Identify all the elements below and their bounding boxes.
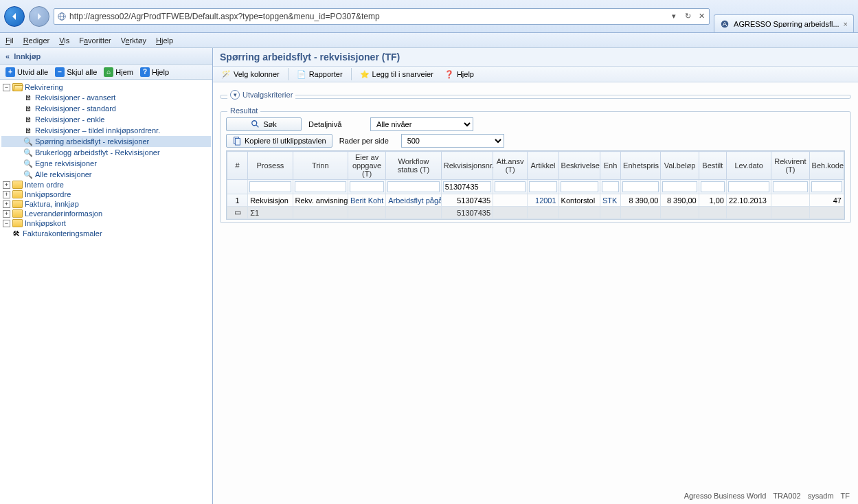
enh-link[interactable]: STK — [600, 194, 620, 207]
address-bar[interactable]: ▾ ↻ ✕ — [54, 8, 710, 25]
expander-icon[interactable]: − — [3, 84, 10, 91]
owner-link[interactable]: Berit Koht — [348, 194, 385, 207]
col-eier[interactable]: Eier av oppgave (T) — [348, 152, 385, 180]
tree-item-fakturakontering[interactable]: 🛠Fakturakonteringsmaler — [1, 228, 211, 239]
col-artikkel[interactable]: Artikkel — [528, 152, 558, 180]
tree-item-rekv-tildel[interactable]: 🗎Rekvisisjoner – tildel innkjøpsordrenr. — [1, 125, 211, 136]
col-status[interactable]: Workflow status (T) — [386, 152, 441, 180]
folder-icon — [12, 219, 23, 227]
collapse-sidebar-icon[interactable]: « — [5, 52, 10, 60]
content-help-button[interactable]: ❓Hjelp — [440, 68, 478, 80]
back-button[interactable] — [4, 6, 25, 27]
col-enh[interactable]: Enh — [600, 152, 620, 180]
chevron-down-icon[interactable]: ▾ — [230, 90, 240, 100]
filter-dato[interactable] — [728, 181, 769, 192]
report-icon: 📄 — [297, 69, 306, 79]
folder-open-icon — [12, 83, 23, 91]
filter-bestilt[interactable] — [701, 181, 725, 192]
expander-icon[interactable]: + — [3, 181, 10, 189]
expander-icon[interactable]: + — [3, 210, 10, 218]
tree-item-brukerlogg[interactable]: 🔍Brukerlogg arbeidsflyt - Rekvisisjoner — [1, 147, 211, 158]
rows-per-page-select[interactable]: 500 — [401, 134, 504, 148]
filter-eier[interactable] — [350, 181, 384, 192]
collapse-sum-icon[interactable]: ▭ — [234, 208, 241, 216]
forward-button[interactable] — [29, 6, 49, 27]
filter-prosess[interactable] — [249, 181, 291, 192]
filter-status[interactable] — [387, 181, 439, 192]
tree-item-rekv-avansert[interactable]: 🗎Rekvisisjoner - avansert — [1, 92, 211, 103]
filter-att[interactable] — [495, 181, 526, 192]
filter-trinn[interactable] — [295, 181, 346, 192]
col-rekv[interactable]: Rekvisisjonsnr. — [441, 152, 493, 180]
refresh-icon[interactable]: ↻ — [683, 12, 692, 21]
expander-icon[interactable]: + — [3, 201, 10, 208]
url-input[interactable] — [69, 12, 666, 21]
plus-icon: + — [5, 67, 15, 77]
tree-item-rekv-enkle[interactable]: 🗎Rekvisisjoner - enkle — [1, 114, 211, 125]
col-dato[interactable]: Lev.dato — [726, 152, 771, 180]
tree-item-egne-rekv[interactable]: 🔍Egne rekvisisjoner — [1, 158, 211, 169]
svg-rect-8 — [235, 139, 240, 146]
col-num[interactable]: # — [227, 152, 248, 180]
browser-tab[interactable]: A AGRESSO Spørring arbeidsfl... × — [714, 14, 854, 32]
doc-icon: 🗎 — [23, 126, 33, 135]
search-button[interactable]: Søk — [226, 117, 302, 131]
content-area: Spørring arbeidsflyt - rekvisisjoner (TF… — [213, 48, 858, 504]
tree-item-rekv-standard[interactable]: 🗎Rekvisisjoner - standard — [1, 103, 211, 114]
status-footer: Agresso Business World TRA002 sysadm TF — [684, 492, 850, 500]
select-columns-button[interactable]: 🪄Velg kolonner — [217, 68, 284, 80]
tree-item-alle-rekv[interactable]: 🔍Alle rekvisisjoner — [1, 169, 211, 180]
tree-folder-rekvirering[interactable]: − Rekvirering — [1, 82, 211, 92]
expand-all-button[interactable]: +Utvid alle — [3, 67, 51, 78]
col-beskr[interactable]: Beskrivelse — [558, 152, 600, 180]
detail-level-select[interactable]: Alle nivåer — [370, 117, 473, 131]
footer-co: TF — [841, 492, 850, 500]
col-bestilt[interactable]: Bestilt — [699, 152, 726, 180]
dropdown-icon[interactable]: ▾ — [669, 12, 679, 21]
content-toolbar: 🪄Velg kolonner 📄Rapporter ⭐Legg til i sn… — [213, 66, 858, 82]
help-button[interactable]: ?Hjelp — [137, 67, 172, 78]
help-icon: ❓ — [444, 69, 454, 79]
filter-rekv[interactable] — [443, 181, 491, 192]
copy-clipboard-button[interactable]: Kopiere til utklippstavlen — [226, 134, 332, 148]
menu-hjelp[interactable]: Hjelp — [156, 36, 173, 45]
tree-item-sporring-arbeidsflyt[interactable]: 🔍Spørring arbeidsflyt - rekvisisjoner — [1, 136, 211, 147]
stop-icon[interactable]: ✕ — [697, 12, 706, 21]
add-shortcut-button[interactable]: ⭐Legg til i snarveier — [356, 68, 438, 80]
col-kode[interactable]: Beh.kode — [809, 152, 844, 180]
reports-button[interactable]: 📄Rapporter — [293, 68, 347, 80]
sidebar-header: « Innkjøp — [0, 48, 212, 65]
menu-vis[interactable]: Vis — [59, 36, 69, 45]
tree-folder-intern-ordre[interactable]: +Intern ordre — [1, 180, 211, 190]
col-pris[interactable]: Enhetspris — [621, 152, 661, 180]
tree-folder-innkjopskort[interactable]: −Innkjøpskort — [1, 218, 211, 228]
grid-data-row[interactable]: 1 Rekvisisjon Rekv. anvisning Berit Koht… — [227, 194, 844, 207]
filter-enh[interactable] — [602, 181, 619, 192]
expander-icon[interactable]: + — [3, 191, 10, 198]
status-link[interactable]: Arbeidsflyt pågår — [386, 194, 441, 207]
menu-verktoy[interactable]: Verktøy — [121, 36, 146, 45]
artikkel-link[interactable]: 12001 — [528, 194, 558, 207]
menu-favoritter[interactable]: Favoritter — [79, 36, 111, 45]
col-att[interactable]: Att.ansv (T) — [493, 152, 528, 180]
col-rekvirent[interactable]: Rekvirent (T) — [771, 152, 809, 180]
criteria-legend[interactable]: ▾ Utvalgskriterier — [227, 90, 295, 100]
filter-kode[interactable] — [811, 181, 842, 192]
filter-belop[interactable] — [662, 181, 697, 192]
filter-pris[interactable] — [622, 181, 659, 192]
menu-rediger[interactable]: Rediger — [23, 36, 50, 45]
tree-folder-leverandor[interactable]: +Leverandørinformasjon — [1, 209, 211, 218]
menu-fil[interactable]: Fil — [5, 36, 14, 45]
home-button[interactable]: ⌂Hjem — [101, 67, 136, 78]
col-belop[interactable]: Val.beløp — [661, 152, 699, 180]
tree-folder-innkjopsordre[interactable]: +Innkjøpsordre — [1, 190, 211, 199]
close-tab-icon[interactable]: × — [844, 20, 848, 28]
col-prosess[interactable]: Prosess — [248, 152, 293, 180]
filter-beskr[interactable] — [561, 181, 598, 192]
tree-folder-faktura[interactable]: +Faktura, innkjøp — [1, 199, 211, 209]
col-trinn[interactable]: Trinn — [293, 152, 348, 180]
expander-icon[interactable]: − — [3, 220, 10, 227]
collapse-all-button[interactable]: −Skjul alle — [52, 67, 100, 78]
filter-rekvirent[interactable] — [773, 181, 807, 192]
filter-artikkel[interactable] — [529, 181, 556, 192]
